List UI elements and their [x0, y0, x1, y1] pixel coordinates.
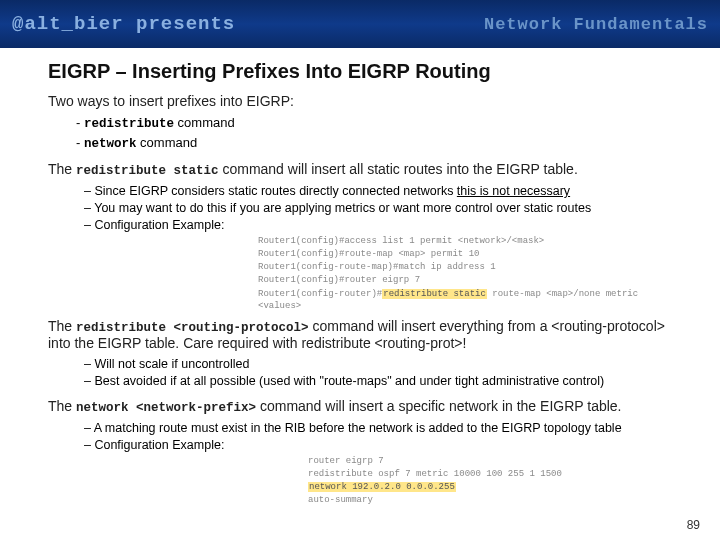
redist-static-b1: – Since EIGRP considers static routes di… [84, 184, 672, 198]
text-post3: command will insert a specific network i… [256, 398, 621, 414]
cfg1-l5a: Router1(config-router)# [258, 289, 382, 299]
code-redistribute: redistribute [84, 117, 174, 131]
cfg2-l4: auto-summary [308, 494, 672, 506]
code-network-prefix: network <network-prefix> [76, 401, 256, 415]
redist-static-b2: – You may want to do this if you are app… [84, 201, 672, 215]
cfg1-l5hl: redistribute static [382, 289, 487, 299]
cfg2-l3hl: network 192.0.2.0 0.0.0.255 [308, 482, 456, 492]
redist-proto-line: The redistribute <routing-protocol> comm… [48, 318, 672, 351]
header-left: @alt_bier presents [12, 13, 235, 35]
dash: - [76, 115, 84, 130]
slide-title: EIGRP – Inserting Prefixes Into EIGRP Ro… [48, 60, 672, 83]
cfg1-l3: Router1(config-route-map)#match ip addre… [258, 261, 672, 273]
config-example-1: Router1(config)#access list 1 permit <ne… [258, 235, 672, 312]
text-pre3: The [48, 398, 76, 414]
cfg2-l2: redistribute ospf 7 metric 10000 100 255… [308, 468, 672, 480]
header-bar: @alt_bier presents Network Fundamentals [0, 0, 720, 48]
b1a: – Since EIGRP considers static routes di… [84, 184, 457, 198]
way-b-post: command [136, 135, 197, 150]
config-example-2: router eigrp 7 redistribute ospf 7 metri… [308, 455, 672, 507]
network-b2: – Configuration Example: [84, 438, 672, 452]
cfg2-l1: router eigrp 7 [308, 455, 672, 467]
cfg1-l4: Router1(config)#router eigrp 7 [258, 274, 672, 286]
code-redist-proto: redistribute <routing-protocol> [76, 321, 309, 335]
slide-content: EIGRP – Inserting Prefixes Into EIGRP Ro… [0, 48, 720, 506]
way-a-post: command [174, 115, 235, 130]
text-pre2: The [48, 318, 76, 334]
cfg2-l3: network 192.0.2.0 0.0.0.255 [308, 481, 672, 493]
dash: - [76, 135, 84, 150]
cfg1-l5: Router1(config-router)#redistribute stat… [258, 288, 672, 312]
cfg1-l1: Router1(config)#access list 1 permit <ne… [258, 235, 672, 247]
way-network: - network command [76, 135, 672, 151]
cfg1-l2: Router1(config)#route-map <map> permit 1… [258, 248, 672, 260]
redist-static-line: The redistribute static command will ins… [48, 161, 672, 178]
b1b-underlined: this is not necessary [457, 184, 570, 198]
text-post: command will insert all static routes in… [219, 161, 578, 177]
code-network: network [84, 137, 137, 151]
text-pre: The [48, 161, 76, 177]
way-redistribute: - redistribute command [76, 115, 672, 131]
code-redist-static: redistribute static [76, 164, 219, 178]
redist-proto-b2: – Best avoided if at all possible (used … [84, 374, 672, 388]
page-number: 89 [687, 518, 700, 532]
network-b1: – A matching route must exist in the RIB… [84, 421, 672, 435]
redist-static-b3: – Configuration Example: [84, 218, 672, 232]
header-right: Network Fundamentals [484, 15, 708, 34]
intro-text: Two ways to insert prefixes into EIGRP: [48, 93, 672, 109]
network-cmd-line: The network <network-prefix> command wil… [48, 398, 672, 415]
redist-proto-b1: – Will not scale if uncontrolled [84, 357, 672, 371]
